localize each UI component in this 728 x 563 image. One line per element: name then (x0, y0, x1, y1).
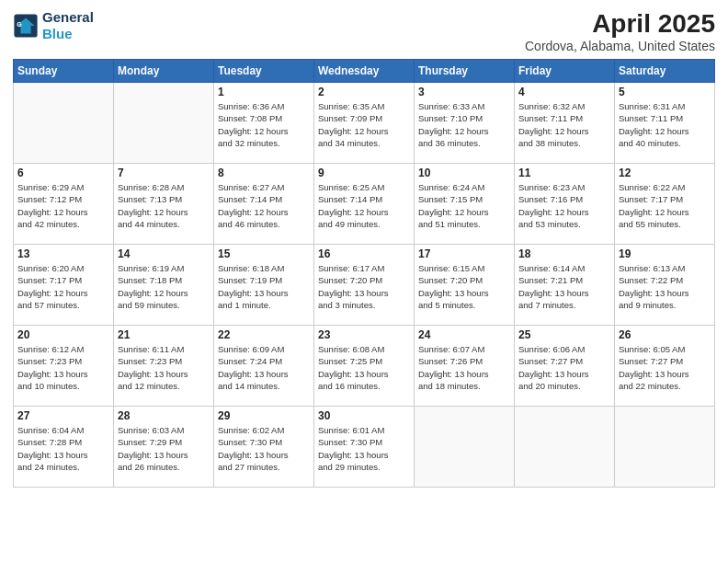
calendar-header-row: Sunday Monday Tuesday Wednesday Thursday… (14, 60, 715, 83)
calendar-day: 8Sunrise: 6:27 AMSunset: 7:14 PMDaylight… (214, 164, 314, 245)
calendar-week-4: 20Sunrise: 6:12 AMSunset: 7:23 PMDayligh… (14, 326, 715, 407)
calendar-day: 17Sunrise: 6:15 AMSunset: 7:20 PMDayligh… (415, 245, 515, 326)
calendar-day: 1Sunrise: 6:36 AMSunset: 7:08 PMDaylight… (214, 83, 314, 164)
calendar-table: Sunday Monday Tuesday Wednesday Thursday… (13, 59, 715, 488)
day-info: Sunrise: 6:36 AMSunset: 7:08 PMDaylight:… (218, 100, 310, 149)
logo-icon: G (13, 13, 39, 39)
calendar-day (615, 407, 715, 488)
calendar-day (515, 407, 615, 488)
header-sunday: Sunday (14, 60, 114, 83)
day-info: Sunrise: 6:01 AMSunset: 7:30 PMDaylight:… (318, 424, 410, 473)
day-number: 5 (619, 86, 711, 98)
day-number: 7 (118, 167, 210, 179)
day-info: Sunrise: 6:03 AMSunset: 7:29 PMDaylight:… (118, 424, 210, 473)
title-block: April 2025 Cordova, Alabama, United Stat… (525, 9, 715, 53)
header-thursday: Thursday (415, 60, 515, 83)
day-number: 3 (418, 86, 510, 98)
day-info: Sunrise: 6:08 AMSunset: 7:25 PMDaylight:… (318, 343, 410, 392)
calendar-day: 3Sunrise: 6:33 AMSunset: 7:10 PMDaylight… (415, 83, 515, 164)
day-number: 28 (118, 409, 210, 422)
calendar-week-5: 27Sunrise: 6:04 AMSunset: 7:28 PMDayligh… (14, 407, 715, 488)
calendar-day: 29Sunrise: 6:02 AMSunset: 7:30 PMDayligh… (214, 407, 314, 488)
calendar-day: 28Sunrise: 6:03 AMSunset: 7:29 PMDayligh… (114, 407, 214, 488)
day-number: 22 (218, 328, 310, 341)
calendar-day: 25Sunrise: 6:06 AMSunset: 7:27 PMDayligh… (515, 326, 615, 407)
calendar-day: 21Sunrise: 6:11 AMSunset: 7:23 PMDayligh… (114, 326, 214, 407)
logo-line1: General (42, 9, 94, 26)
day-number: 25 (518, 328, 610, 341)
day-number: 11 (518, 167, 610, 179)
day-info: Sunrise: 6:27 AMSunset: 7:14 PMDaylight:… (218, 181, 310, 230)
calendar-day (14, 83, 114, 164)
day-number: 6 (17, 167, 109, 179)
day-number: 8 (218, 167, 310, 179)
logo-line2: Blue (42, 26, 94, 42)
day-number: 20 (17, 328, 109, 341)
day-info: Sunrise: 6:19 AMSunset: 7:18 PMDaylight:… (118, 262, 210, 311)
calendar-day (415, 407, 515, 488)
day-info: Sunrise: 6:25 AMSunset: 7:14 PMDaylight:… (318, 181, 410, 230)
day-number: 26 (619, 328, 711, 341)
page: G General Blue April 2025 Cordova, Alaba… (0, 0, 728, 563)
day-info: Sunrise: 6:13 AMSunset: 7:22 PMDaylight:… (619, 262, 711, 311)
calendar-day: 7Sunrise: 6:28 AMSunset: 7:13 PMDaylight… (114, 164, 214, 245)
day-info: Sunrise: 6:02 AMSunset: 7:30 PMDaylight:… (218, 424, 310, 473)
day-number: 30 (318, 409, 410, 422)
header-saturday: Saturday (615, 60, 715, 83)
calendar-day: 2Sunrise: 6:35 AMSunset: 7:09 PMDaylight… (314, 83, 415, 164)
calendar-week-2: 6Sunrise: 6:29 AMSunset: 7:12 PMDaylight… (14, 164, 715, 245)
day-info: Sunrise: 6:29 AMSunset: 7:12 PMDaylight:… (17, 181, 109, 230)
day-info: Sunrise: 6:33 AMSunset: 7:10 PMDaylight:… (418, 100, 510, 149)
day-info: Sunrise: 6:20 AMSunset: 7:17 PMDaylight:… (17, 262, 109, 311)
day-number: 18 (518, 247, 610, 260)
day-number: 19 (619, 247, 711, 260)
calendar-day: 14Sunrise: 6:19 AMSunset: 7:18 PMDayligh… (114, 245, 214, 326)
calendar-day (114, 83, 214, 164)
day-info: Sunrise: 6:15 AMSunset: 7:20 PMDaylight:… (418, 262, 510, 311)
calendar-week-1: 1Sunrise: 6:36 AMSunset: 7:08 PMDaylight… (14, 83, 715, 164)
calendar-day: 26Sunrise: 6:05 AMSunset: 7:27 PMDayligh… (615, 326, 715, 407)
calendar-day: 4Sunrise: 6:32 AMSunset: 7:11 PMDaylight… (515, 83, 615, 164)
day-number: 21 (118, 328, 210, 341)
day-number: 9 (318, 167, 410, 179)
calendar-day: 20Sunrise: 6:12 AMSunset: 7:23 PMDayligh… (14, 326, 114, 407)
calendar-day: 9Sunrise: 6:25 AMSunset: 7:14 PMDaylight… (314, 164, 415, 245)
day-number: 4 (518, 86, 610, 98)
calendar-day: 12Sunrise: 6:22 AMSunset: 7:17 PMDayligh… (615, 164, 715, 245)
day-number: 23 (318, 328, 410, 341)
calendar-day: 16Sunrise: 6:17 AMSunset: 7:20 PMDayligh… (314, 245, 415, 326)
header: G General Blue April 2025 Cordova, Alaba… (13, 9, 715, 53)
day-number: 17 (418, 247, 510, 260)
day-number: 16 (318, 247, 410, 260)
day-number: 1 (218, 86, 310, 98)
calendar-day: 10Sunrise: 6:24 AMSunset: 7:15 PMDayligh… (415, 164, 515, 245)
calendar-day: 30Sunrise: 6:01 AMSunset: 7:30 PMDayligh… (314, 407, 415, 488)
day-info: Sunrise: 6:14 AMSunset: 7:21 PMDaylight:… (518, 262, 610, 311)
calendar-day: 11Sunrise: 6:23 AMSunset: 7:16 PMDayligh… (515, 164, 615, 245)
day-info: Sunrise: 6:22 AMSunset: 7:17 PMDaylight:… (619, 181, 711, 230)
calendar-week-3: 13Sunrise: 6:20 AMSunset: 7:17 PMDayligh… (14, 245, 715, 326)
day-info: Sunrise: 6:23 AMSunset: 7:16 PMDaylight:… (518, 181, 610, 230)
day-info: Sunrise: 6:32 AMSunset: 7:11 PMDaylight:… (518, 100, 610, 149)
svg-text:G: G (17, 21, 22, 28)
day-number: 14 (118, 247, 210, 260)
day-info: Sunrise: 6:35 AMSunset: 7:09 PMDaylight:… (318, 100, 410, 149)
logo: G General Blue (13, 9, 94, 42)
day-info: Sunrise: 6:11 AMSunset: 7:23 PMDaylight:… (118, 343, 210, 392)
calendar-day: 18Sunrise: 6:14 AMSunset: 7:21 PMDayligh… (515, 245, 615, 326)
day-number: 13 (17, 247, 109, 260)
day-info: Sunrise: 6:12 AMSunset: 7:23 PMDaylight:… (17, 343, 109, 392)
calendar-day: 13Sunrise: 6:20 AMSunset: 7:17 PMDayligh… (14, 245, 114, 326)
day-number: 24 (418, 328, 510, 341)
calendar-day: 19Sunrise: 6:13 AMSunset: 7:22 PMDayligh… (615, 245, 715, 326)
calendar-day: 24Sunrise: 6:07 AMSunset: 7:26 PMDayligh… (415, 326, 515, 407)
header-tuesday: Tuesday (214, 60, 314, 83)
day-info: Sunrise: 6:05 AMSunset: 7:27 PMDaylight:… (619, 343, 711, 392)
header-monday: Monday (114, 60, 214, 83)
calendar-day: 23Sunrise: 6:08 AMSunset: 7:25 PMDayligh… (314, 326, 415, 407)
day-info: Sunrise: 6:17 AMSunset: 7:20 PMDaylight:… (318, 262, 410, 311)
calendar-day: 27Sunrise: 6:04 AMSunset: 7:28 PMDayligh… (14, 407, 114, 488)
day-info: Sunrise: 6:18 AMSunset: 7:19 PMDaylight:… (218, 262, 310, 311)
calendar-day: 5Sunrise: 6:31 AMSunset: 7:11 PMDaylight… (615, 83, 715, 164)
calendar-title: April 2025 (525, 9, 715, 39)
